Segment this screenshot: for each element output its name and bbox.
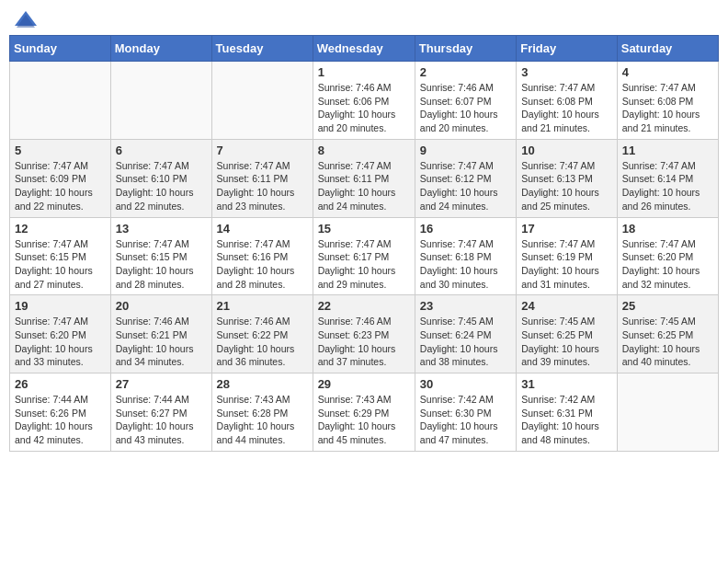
day-info: Sunrise: 7:47 AMSunset: 6:12 PMDaylight:… xyxy=(420,159,511,213)
day-cell: 26Sunrise: 7:44 AMSunset: 6:26 PMDayligh… xyxy=(10,373,111,452)
day-cell: 2Sunrise: 7:46 AMSunset: 6:07 PMDaylight… xyxy=(415,62,516,140)
weekday-header-thursday: Thursday xyxy=(415,36,516,62)
day-number: 29 xyxy=(318,377,410,391)
day-info: Sunrise: 7:44 AMSunset: 6:26 PMDaylight:… xyxy=(15,393,106,447)
day-info: Sunrise: 7:47 AMSunset: 6:11 PMDaylight:… xyxy=(318,159,410,213)
day-info: Sunrise: 7:45 AMSunset: 6:25 PMDaylight:… xyxy=(521,315,612,369)
day-info: Sunrise: 7:47 AMSunset: 6:09 PMDaylight:… xyxy=(15,159,106,213)
day-info: Sunrise: 7:47 AMSunset: 6:20 PMDaylight:… xyxy=(15,315,106,369)
day-number: 31 xyxy=(521,377,612,391)
day-cell: 23Sunrise: 7:45 AMSunset: 6:24 PMDayligh… xyxy=(415,295,516,373)
day-info: Sunrise: 7:42 AMSunset: 6:30 PMDaylight:… xyxy=(420,393,511,447)
week-row-3: 12Sunrise: 7:47 AMSunset: 6:15 PMDayligh… xyxy=(10,217,719,295)
day-cell: 7Sunrise: 7:47 AMSunset: 6:11 PMDaylight… xyxy=(211,139,313,217)
day-info: Sunrise: 7:47 AMSunset: 6:18 PMDaylight:… xyxy=(420,237,511,292)
day-number: 15 xyxy=(318,222,410,236)
day-cell: 18Sunrise: 7:47 AMSunset: 6:20 PMDayligh… xyxy=(617,217,718,295)
day-number: 27 xyxy=(116,377,207,391)
day-cell: 5Sunrise: 7:47 AMSunset: 6:09 PMDaylight… xyxy=(10,139,111,217)
day-cell: 20Sunrise: 7:46 AMSunset: 6:21 PMDayligh… xyxy=(110,295,211,373)
day-info: Sunrise: 7:46 AMSunset: 6:23 PMDaylight:… xyxy=(318,315,410,369)
day-number: 21 xyxy=(217,299,308,313)
day-cell: 19Sunrise: 7:47 AMSunset: 6:20 PMDayligh… xyxy=(10,295,111,373)
week-row-1: 1Sunrise: 7:46 AMSunset: 6:06 PMDaylight… xyxy=(10,62,719,140)
day-number: 8 xyxy=(318,144,410,157)
logo-icon xyxy=(13,9,35,28)
day-info: Sunrise: 7:45 AMSunset: 6:24 PMDaylight:… xyxy=(420,315,511,369)
day-info: Sunrise: 7:47 AMSunset: 6:19 PMDaylight:… xyxy=(521,237,612,292)
day-number: 23 xyxy=(420,299,511,313)
day-info: Sunrise: 7:46 AMSunset: 6:22 PMDaylight:… xyxy=(217,315,308,369)
day-cell: 17Sunrise: 7:47 AMSunset: 6:19 PMDayligh… xyxy=(517,217,618,295)
day-info: Sunrise: 7:47 AMSunset: 6:14 PMDaylight:… xyxy=(622,159,713,213)
day-info: Sunrise: 7:46 AMSunset: 6:21 PMDaylight:… xyxy=(116,315,207,369)
day-cell: 12Sunrise: 7:47 AMSunset: 6:15 PMDayligh… xyxy=(10,217,111,295)
day-number: 19 xyxy=(15,299,106,313)
day-number: 11 xyxy=(622,144,713,157)
day-cell: 3Sunrise: 7:47 AMSunset: 6:08 PMDaylight… xyxy=(517,62,618,140)
weekday-header-monday: Monday xyxy=(110,36,211,62)
day-number: 14 xyxy=(217,222,308,236)
day-info: Sunrise: 7:47 AMSunset: 6:16 PMDaylight:… xyxy=(217,237,308,292)
week-row-4: 19Sunrise: 7:47 AMSunset: 6:20 PMDayligh… xyxy=(10,295,719,373)
day-cell: 28Sunrise: 7:43 AMSunset: 6:28 PMDayligh… xyxy=(211,373,313,452)
day-number: 30 xyxy=(420,377,511,391)
day-cell xyxy=(110,62,211,140)
day-number: 9 xyxy=(420,144,511,157)
day-number: 22 xyxy=(318,299,410,313)
day-info: Sunrise: 7:45 AMSunset: 6:25 PMDaylight:… xyxy=(622,315,713,369)
day-cell xyxy=(211,62,313,140)
day-info: Sunrise: 7:47 AMSunset: 6:17 PMDaylight:… xyxy=(318,237,410,292)
day-number: 28 xyxy=(217,377,308,391)
day-number: 26 xyxy=(15,377,106,391)
day-info: Sunrise: 7:42 AMSunset: 6:31 PMDaylight:… xyxy=(521,393,612,447)
day-number: 25 xyxy=(622,299,713,313)
day-info: Sunrise: 7:47 AMSunset: 6:11 PMDaylight:… xyxy=(217,159,308,213)
day-info: Sunrise: 7:46 AMSunset: 6:07 PMDaylight:… xyxy=(420,81,511,135)
day-cell: 30Sunrise: 7:42 AMSunset: 6:30 PMDayligh… xyxy=(415,373,516,452)
day-number: 3 xyxy=(521,65,612,79)
day-info: Sunrise: 7:47 AMSunset: 6:13 PMDaylight:… xyxy=(521,159,612,213)
day-cell: 10Sunrise: 7:47 AMSunset: 6:13 PMDayligh… xyxy=(517,139,618,217)
day-number: 5 xyxy=(15,144,106,157)
day-cell: 29Sunrise: 7:43 AMSunset: 6:29 PMDayligh… xyxy=(313,373,415,452)
day-number: 17 xyxy=(521,222,612,236)
day-info: Sunrise: 7:44 AMSunset: 6:27 PMDaylight:… xyxy=(116,393,207,447)
day-cell: 9Sunrise: 7:47 AMSunset: 6:12 PMDaylight… xyxy=(415,139,516,217)
day-cell: 6Sunrise: 7:47 AMSunset: 6:10 PMDaylight… xyxy=(110,139,211,217)
day-number: 24 xyxy=(521,299,612,313)
day-cell: 24Sunrise: 7:45 AMSunset: 6:25 PMDayligh… xyxy=(517,295,618,373)
day-number: 12 xyxy=(15,222,106,236)
weekday-header-sunday: Sunday xyxy=(10,36,111,62)
day-info: Sunrise: 7:43 AMSunset: 6:29 PMDaylight:… xyxy=(318,393,410,447)
day-cell: 11Sunrise: 7:47 AMSunset: 6:14 PMDayligh… xyxy=(617,139,718,217)
day-cell: 16Sunrise: 7:47 AMSunset: 6:18 PMDayligh… xyxy=(415,217,516,295)
day-cell: 13Sunrise: 7:47 AMSunset: 6:15 PMDayligh… xyxy=(110,217,211,295)
day-cell xyxy=(10,62,111,140)
weekday-header-wednesday: Wednesday xyxy=(313,36,415,62)
day-info: Sunrise: 7:43 AMSunset: 6:28 PMDaylight:… xyxy=(217,393,308,447)
day-cell: 14Sunrise: 7:47 AMSunset: 6:16 PMDayligh… xyxy=(211,217,313,295)
day-number: 1 xyxy=(318,65,410,79)
day-cell: 25Sunrise: 7:45 AMSunset: 6:25 PMDayligh… xyxy=(617,295,718,373)
day-cell: 15Sunrise: 7:47 AMSunset: 6:17 PMDayligh… xyxy=(313,217,415,295)
day-cell: 31Sunrise: 7:42 AMSunset: 6:31 PMDayligh… xyxy=(517,373,618,452)
day-number: 6 xyxy=(116,144,207,157)
day-cell: 22Sunrise: 7:46 AMSunset: 6:23 PMDayligh… xyxy=(313,295,415,373)
weekday-header-row: SundayMondayTuesdayWednesdayThursdayFrid… xyxy=(10,36,719,62)
day-info: Sunrise: 7:47 AMSunset: 6:15 PMDaylight:… xyxy=(15,237,106,292)
day-number: 16 xyxy=(420,222,511,236)
day-cell: 1Sunrise: 7:46 AMSunset: 6:06 PMDaylight… xyxy=(313,62,415,140)
day-info: Sunrise: 7:47 AMSunset: 6:10 PMDaylight:… xyxy=(116,159,207,213)
day-info: Sunrise: 7:46 AMSunset: 6:06 PMDaylight:… xyxy=(318,81,410,135)
day-number: 20 xyxy=(116,299,207,313)
day-info: Sunrise: 7:47 AMSunset: 6:15 PMDaylight:… xyxy=(116,237,207,292)
day-number: 4 xyxy=(622,65,713,79)
header xyxy=(9,9,719,28)
day-number: 18 xyxy=(622,222,713,236)
logo xyxy=(13,9,39,28)
weekday-header-tuesday: Tuesday xyxy=(211,36,313,62)
week-row-2: 5Sunrise: 7:47 AMSunset: 6:09 PMDaylight… xyxy=(10,139,719,217)
weekday-header-saturday: Saturday xyxy=(617,36,718,62)
week-row-5: 26Sunrise: 7:44 AMSunset: 6:26 PMDayligh… xyxy=(10,373,719,452)
